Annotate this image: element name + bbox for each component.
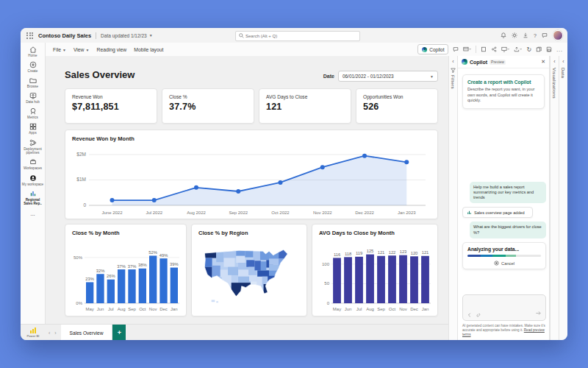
app-title: Contoso Daily Sales <box>38 32 91 39</box>
menu-file[interactable]: File▼ <box>53 47 66 52</box>
kpi-card-close-pct[interactable]: Close % 37.7% <box>162 88 254 124</box>
present-icon[interactable] <box>501 46 509 52</box>
filters-pane-collapsed[interactable]: ‹ Filters <box>448 56 457 340</box>
search-icon <box>239 33 244 38</box>
sidebar-item-browse[interactable]: Browse <box>21 77 46 88</box>
settings-gear-icon[interactable] <box>512 32 517 38</box>
add-page-button[interactable]: + <box>112 325 126 340</box>
menu-reading-view[interactable]: Reading view <box>96 47 126 52</box>
svg-text:0: 0 <box>83 202 86 208</box>
home-icon <box>29 46 37 53</box>
svg-text:Dec 2022: Dec 2022 <box>355 210 374 215</box>
report-canvas: Sales Overview Date 06/01/2022 - 01/12/2… <box>46 56 448 324</box>
chevron-left-icon[interactable]: ‹ <box>452 59 453 64</box>
view-mode-icon[interactable] <box>463 46 471 52</box>
analyzing-card: Analyzing your data... Cancel <box>462 242 546 269</box>
cancel-button[interactable]: Cancel <box>467 261 541 266</box>
refresh-icon[interactable]: ↻ <box>526 46 531 53</box>
sidebar-more-icon[interactable]: ... <box>30 210 35 217</box>
svg-text:120: 120 <box>411 251 418 255</box>
feedback-icon[interactable] <box>542 32 548 38</box>
us-choropleth-map <box>198 238 301 310</box>
data-updated-label[interactable]: Data updated 1/12/23 <box>101 33 147 38</box>
sidebar-item-data-hub[interactable]: Data hub <box>21 92 46 104</box>
tab-sales-overview[interactable]: Sales Overview <box>61 325 113 340</box>
filter-funnel-icon <box>451 68 456 73</box>
user-chat-bubble: What are the biggest drivers for close %… <box>470 222 546 238</box>
user-avatar[interactable] <box>553 30 563 40</box>
svg-text:Dec: Dec <box>410 307 418 311</box>
filters-pane-label: Filters <box>451 75 456 89</box>
divider <box>96 32 96 39</box>
copilot-pane: Copilot Preview ✕ Create a report with C… <box>457 56 550 340</box>
chevron-left-icon[interactable]: ‹ <box>562 59 564 64</box>
page-tab-bar: Power BI ‹ › Sales Overview + <box>21 324 448 340</box>
comment-icon[interactable] <box>453 46 459 52</box>
help-icon[interactable]: ? <box>534 33 537 38</box>
sidebar-item-apps[interactable]: Apps <box>21 123 46 135</box>
notifications-bell-icon[interactable] <box>501 32 506 38</box>
svg-text:Aug: Aug <box>118 307 126 311</box>
date-range-slicer[interactable]: 06/01/2022 - 01/12/2023 ▼ <box>338 71 438 82</box>
kpi-card-opportunities-won[interactable]: Opportunities Won 526 <box>356 88 438 124</box>
sidebar-item-my-workspace[interactable]: My workspace <box>21 174 46 186</box>
avg-days-bar-chart-card[interactable]: AVG Days to Close by Month 050100116May1… <box>312 224 438 316</box>
svg-text:122: 122 <box>389 250 396 255</box>
svg-text:Nov: Nov <box>399 307 407 311</box>
svg-text:Sep: Sep <box>377 307 385 311</box>
date-slicer-label: Date <box>323 74 334 79</box>
page-nav-chevrons[interactable]: ‹ › <box>49 330 58 336</box>
sidebar-item-home[interactable]: Home <box>21 46 46 57</box>
menu-mobile-layout[interactable]: Mobile layout <box>134 47 163 52</box>
revenue-line-chart: $2M$1M0June 2022Jul 2022Aug 2022Sep 2022… <box>70 144 433 217</box>
more-icon[interactable]: ... <box>556 47 563 52</box>
prompt-guide-icon[interactable] <box>467 312 473 318</box>
save-icon[interactable] <box>546 46 552 52</box>
copilot-suggestion-card[interactable]: Create a report with Copilot Describe th… <box>462 74 545 109</box>
status-chip[interactable]: Sales overview page added <box>462 207 533 218</box>
close-pct-bar-chart-card[interactable]: Close % by Month 0%50%23%May32%Jun26%Jul… <box>65 224 187 316</box>
data-pane-collapsed[interactable]: ‹ Data <box>559 56 567 340</box>
revenue-line-chart-card[interactable]: Revenue Won by Month $2M$1M0June 2022Jul… <box>65 130 438 219</box>
close-pct-bar-chart: 0%50%23%May32%Jun26%Jul37%Aug37%Sep38%Oc… <box>70 238 182 313</box>
export-icon[interactable] <box>514 46 522 52</box>
svg-text:119: 119 <box>356 251 362 255</box>
svg-text:37%: 37% <box>117 264 126 269</box>
menu-view[interactable]: View▼ <box>74 47 90 52</box>
svg-text:Nov 2022: Nov 2022 <box>313 210 332 215</box>
data-hub-icon <box>29 92 37 99</box>
attach-icon[interactable] <box>476 312 481 318</box>
kpi-card-revenue-won[interactable]: Revenue Won $7,811,851 <box>65 88 157 124</box>
visualizations-pane-collapsed[interactable]: ‹ Visualizations <box>550 56 559 340</box>
svg-text:Jan 2023: Jan 2023 <box>398 210 416 215</box>
share-icon[interactable] <box>491 46 497 52</box>
svg-text:26%: 26% <box>107 274 115 278</box>
duplicate-icon[interactable] <box>536 46 542 52</box>
svg-text:0: 0 <box>327 301 330 305</box>
chevron-down-icon[interactable]: ▼ <box>149 33 153 38</box>
copilot-input-box[interactable] <box>462 294 546 321</box>
copilot-button[interactable]: Copilot <box>417 44 448 54</box>
sidebar-item-regional-sales-report[interactable]: Regional Sales Rep.. <box>21 190 46 206</box>
search-box[interactable] <box>235 31 360 41</box>
svg-text:23%: 23% <box>85 277 94 281</box>
chevron-left-icon[interactable]: ‹ <box>553 59 555 64</box>
svg-text:125: 125 <box>367 249 374 253</box>
sidebar-item-deployment-pipelines[interactable]: Deployment pipelines <box>21 139 46 155</box>
svg-text:32%: 32% <box>96 269 105 273</box>
svg-text:37%: 37% <box>128 264 137 269</box>
close-pct-map-card[interactable]: Close % by Region <box>191 224 307 316</box>
sidebar-item-create[interactable]: Create <box>21 61 46 73</box>
sidebar-item-metrics[interactable]: Metrics <box>21 107 46 119</box>
search-input[interactable] <box>244 33 356 39</box>
svg-text:$1M: $1M <box>76 177 86 182</box>
app-launcher-icon[interactable] <box>26 32 33 39</box>
close-icon[interactable]: ✕ <box>541 59 545 65</box>
cancel-stop-icon <box>494 261 499 266</box>
sidebar-item-workspaces[interactable]: Workspaces <box>21 158 46 170</box>
left-nav: Home Create Browse Data hub Metrics Apps… <box>21 43 46 324</box>
bookmark-icon[interactable] <box>481 46 487 52</box>
download-icon[interactable] <box>523 32 528 38</box>
kpi-card-avg-days[interactable]: AVG Days to Close 121 <box>259 88 351 124</box>
send-icon[interactable] <box>535 310 542 318</box>
